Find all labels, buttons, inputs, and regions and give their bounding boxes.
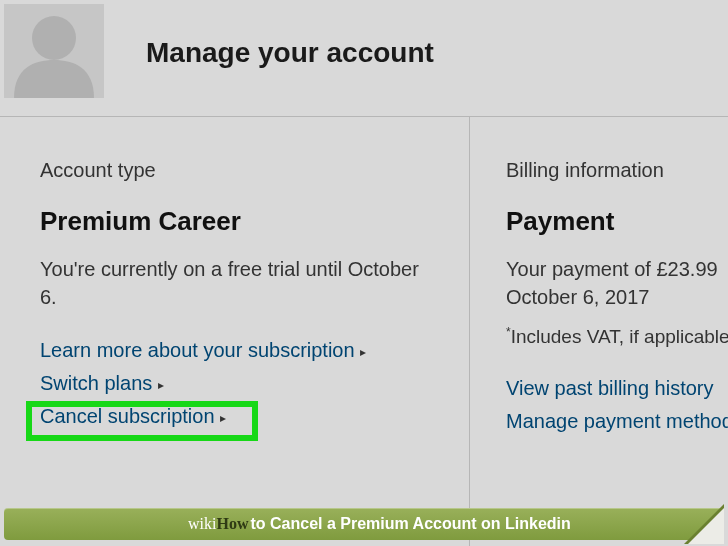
learn-more-link[interactable]: Learn more about your subscription ▸ bbox=[40, 339, 366, 362]
billing-summary-line1: Your payment of £23.99 bbox=[506, 258, 718, 280]
page-root: Manage your account Account type Premium… bbox=[0, 0, 728, 546]
header: Manage your account bbox=[0, 0, 728, 117]
page-title: Manage your account bbox=[146, 37, 434, 69]
chevron-right-icon: ▸ bbox=[217, 411, 226, 425]
billing-heading: Payment bbox=[506, 206, 728, 237]
billing-note: *Includes VAT, if applicable, based on t… bbox=[506, 323, 728, 351]
wikihow-logo: wikiHow bbox=[188, 515, 248, 533]
page-curl-icon bbox=[684, 504, 724, 544]
person-icon bbox=[4, 4, 104, 98]
view-billing-history-link[interactable]: View past billing history bbox=[506, 377, 714, 400]
cancel-subscription-link[interactable]: Cancel subscription ▸ bbox=[40, 405, 226, 428]
switch-plans-label: Switch plans bbox=[40, 372, 152, 394]
account-type-panel: Account type Premium Career You're curre… bbox=[0, 117, 470, 546]
learn-more-label: Learn more about your subscription bbox=[40, 339, 355, 361]
billing-label: Billing information bbox=[506, 159, 728, 182]
chevron-right-icon: ▸ bbox=[357, 345, 366, 359]
switch-plans-link[interactable]: Switch plans ▸ bbox=[40, 372, 164, 395]
watermark-title: to Cancel a Premium Account on Linkedin bbox=[250, 515, 570, 533]
manage-payment-link[interactable]: Manage payment method bbox=[506, 410, 728, 433]
watermark-bar: wikiHow to Cancel a Premium Account on L… bbox=[4, 508, 724, 540]
account-plan-name: Premium Career bbox=[40, 206, 431, 237]
account-status-text: You're currently on a free trial until O… bbox=[40, 255, 431, 311]
account-type-label: Account type bbox=[40, 159, 431, 182]
billing-summary-line2: October 6, 2017 bbox=[506, 286, 649, 308]
chevron-right-icon: ▸ bbox=[154, 378, 163, 392]
logo-prefix: wiki bbox=[188, 515, 216, 532]
avatar bbox=[4, 4, 104, 98]
cancel-subscription-label: Cancel subscription bbox=[40, 405, 215, 427]
svg-point-0 bbox=[32, 16, 76, 60]
billing-panel: Billing information Payment Your payment… bbox=[470, 117, 728, 546]
cancel-subscription-highlight: Cancel subscription ▸ bbox=[40, 405, 226, 438]
billing-note-text: Includes VAT, if applicable, based on th… bbox=[511, 326, 728, 347]
logo-suffix: How bbox=[216, 515, 248, 532]
content: Account type Premium Career You're curre… bbox=[0, 117, 728, 546]
billing-summary: Your payment of £23.99 October 6, 2017 bbox=[506, 255, 728, 311]
